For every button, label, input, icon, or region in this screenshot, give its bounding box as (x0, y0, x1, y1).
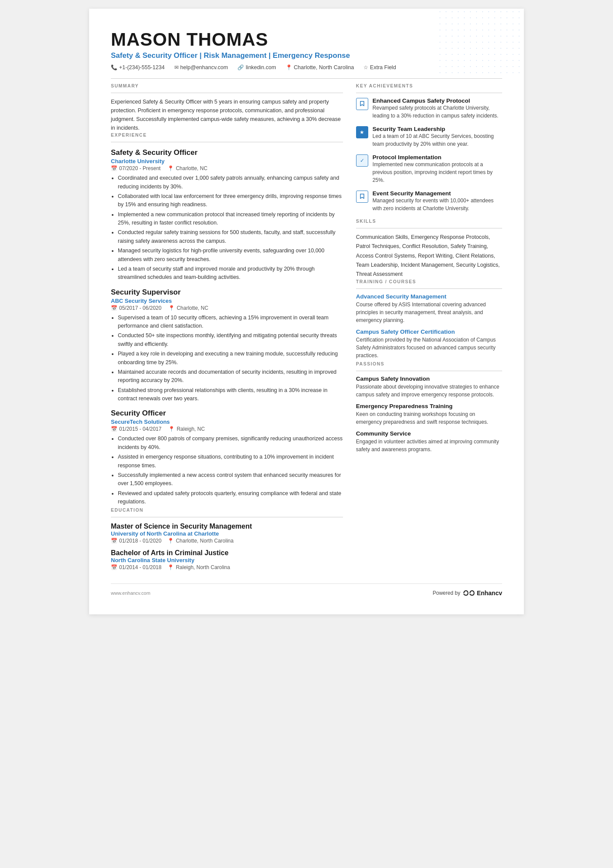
training-label: TRAINING / COURSES (356, 279, 502, 284)
resume-page: MASON THOMAS Safety & Security Officer |… (89, 9, 524, 614)
linkedin-text: linkedin.com (246, 64, 276, 70)
achievement-1: Enhanced Campus Safety Protocol Revamped… (356, 97, 502, 120)
list-item: Assisted in emergency response situation… (118, 453, 343, 470)
header: MASON THOMAS Safety & Security Officer |… (111, 30, 502, 79)
phone-icon: 📞 (111, 64, 117, 70)
degree-1-title: Master of Science in Security Management (111, 523, 343, 530)
calendar-icon-1: 📅 (111, 165, 117, 171)
job-3-dates: 📅 01/2015 - 04/2017 (111, 426, 161, 432)
passions-divider (356, 371, 502, 371)
job-1-bullets: Coordinated and executed over 1,000 safe… (111, 174, 343, 282)
achievement-3-content: Protocol Implementation Implemented new … (373, 154, 502, 184)
job-2-bullets: Supervised a team of 10 security officer… (111, 314, 343, 403)
list-item: Conducted regular safety training sessio… (118, 228, 343, 245)
degree-1-school: University of North Carolina at Charlott… (111, 530, 343, 537)
passion-1: Campus Safety Innovation Passionate abou… (356, 375, 502, 399)
job-3-bullets: Conducted over 800 patrols of company pr… (111, 435, 343, 506)
pin-icon-2: 📍 (168, 305, 175, 311)
achievement-1-title: Enhanced Campus Safety Protocol (373, 97, 502, 104)
education-divider (111, 517, 343, 517)
passion-1-title: Campus Safety Innovation (356, 375, 502, 382)
passion-1-desc: Passionate about developing innovative s… (356, 383, 502, 399)
training-divider (356, 288, 502, 289)
location-icon: 📍 (286, 64, 292, 70)
job-2-title: Security Supervisor (111, 288, 343, 297)
pin-icon-3: 📍 (168, 426, 175, 432)
job-1-title: Safety & Security Officer (111, 148, 343, 157)
achievement-4: Event Security Management Managed securi… (356, 190, 502, 212)
job-2-location: 📍 Charlotte, NC (168, 305, 208, 311)
experience-section: EXPERIENCE Safety & Security Officer Cha… (111, 132, 343, 506)
job-2-meta: 📅 05/2017 - 06/2020 📍 Charlotte, NC (111, 305, 343, 311)
achievements-label: KEY ACHIEVEMENTS (356, 83, 502, 88)
passion-2-desc: Keen on conducting training workshops fo… (356, 410, 502, 426)
degree-2-location: 📍 Raleigh, North Carolina (167, 564, 230, 570)
right-column: KEY ACHIEVEMENTS Enhanced Campus Safety … (356, 83, 502, 570)
calendar-icon-edu1: 📅 (111, 538, 117, 544)
powered-by-text: Powered by (433, 590, 460, 596)
contact-extra: ☆ Extra Field (363, 64, 396, 70)
summary-label: SUMMARY (111, 83, 343, 88)
experience-label: EXPERIENCE (111, 132, 343, 137)
contact-location: 📍 Charlotte, North Carolina (286, 64, 354, 70)
candidate-title: Safety & Security Officer | Risk Managem… (111, 51, 502, 60)
job-2-company: ABC Security Services (111, 298, 343, 304)
list-item: Collaborated with local law enforcement … (118, 192, 343, 209)
calendar-icon-2: 📅 (111, 305, 117, 311)
location-text: Charlotte, North Carolina (294, 64, 354, 70)
skills-text: Communication Skills, Emergency Response… (356, 233, 502, 279)
list-item: Conducted over 800 patrols of company pr… (118, 435, 343, 452)
linkedin-icon: 🔗 (237, 64, 244, 70)
email-icon: ✉ (174, 64, 179, 70)
achievement-2-desc: Led a team of 10 at ABC Security Service… (373, 132, 502, 148)
job-3-company: SecureTech Solutions (111, 419, 343, 425)
job-1-location: 📍 Charlotte, NC (167, 165, 207, 171)
training-1-desc: Course offered by ASIS International cov… (356, 301, 502, 324)
degree-1-meta: 📅 01/2018 - 01/2020 📍 Charlotte, North C… (111, 538, 343, 544)
achievement-3-icon: ✓ (356, 154, 368, 167)
training-2: Campus Safety Officer Certification Cert… (356, 328, 502, 359)
achievement-3: ✓ Protocol Implementation Implemented ne… (356, 154, 502, 184)
job-2: Security Supervisor ABC Security Service… (111, 288, 343, 403)
job-1: Safety & Security Officer Charlotte Univ… (111, 148, 343, 282)
footer-brand: Powered by Enhancv (433, 589, 502, 597)
list-item: Maintained accurate records and document… (118, 368, 343, 385)
calendar-icon-3: 📅 (111, 426, 117, 432)
list-item: Conducted 50+ site inspections monthly, … (118, 332, 343, 349)
degree-1-location: 📍 Charlotte, North Carolina (167, 538, 233, 544)
job-1-company: Charlotte University (111, 158, 343, 164)
list-item: Managed security logistics for high-prof… (118, 247, 343, 264)
list-item: Led a team of security staff and improve… (118, 265, 343, 282)
skills-section: SKILLS Communication Skills, Emergency R… (356, 218, 502, 279)
main-layout: SUMMARY Experienced Safety & Security Of… (111, 83, 502, 570)
degree-2: Bachelor of Arts in Criminal Justice Nor… (111, 549, 343, 570)
skills-label: SKILLS (356, 218, 502, 224)
achievements-divider (356, 93, 502, 93)
degree-1: Master of Science in Security Management… (111, 523, 343, 544)
job-1-dates: 📅 07/2020 - Present (111, 165, 160, 171)
achievement-1-desc: Revamped safety protocols at Charlotte U… (373, 104, 502, 120)
skills-divider (356, 228, 502, 228)
passions-label: PASSIONS (356, 361, 502, 366)
summary-divider (111, 93, 343, 93)
job-3: Security Officer SecureTech Solutions 📅 … (111, 409, 343, 506)
list-item: Implemented a new communication protocol… (118, 211, 343, 228)
summary-text: Experienced Safety & Security Officer wi… (111, 97, 343, 132)
job-2-dates: 📅 05/2017 - 06/2020 (111, 305, 161, 311)
contact-bar: 📞 +1-(234)-555-1234 ✉ help@enhancv.com 🔗… (111, 64, 502, 70)
achievement-2-title: Security Team Leadership (373, 126, 502, 132)
achievement-4-title: Event Security Management (373, 190, 502, 197)
contact-email: ✉ help@enhancv.com (174, 64, 228, 70)
achievement-2: ★ Security Team Leadership Led a team of… (356, 126, 502, 148)
footer-website: www.enhancv.com (111, 590, 150, 596)
achievement-2-content: Security Team Leadership Led a team of 1… (373, 126, 502, 148)
list-item: Played a key role in developing and exec… (118, 350, 343, 367)
degree-2-meta: 📅 01/2014 - 01/2018 📍 Raleigh, North Car… (111, 564, 343, 570)
education-label: EDUCATION (111, 507, 343, 513)
enhancv-icon (463, 589, 475, 597)
education-section: EDUCATION Master of Science in Security … (111, 507, 343, 570)
job-3-title: Security Officer (111, 409, 343, 418)
achievement-4-content: Event Security Management Managed securi… (373, 190, 502, 212)
training-1: Advanced Security Management Course offe… (356, 293, 502, 324)
header-divider (111, 78, 502, 79)
